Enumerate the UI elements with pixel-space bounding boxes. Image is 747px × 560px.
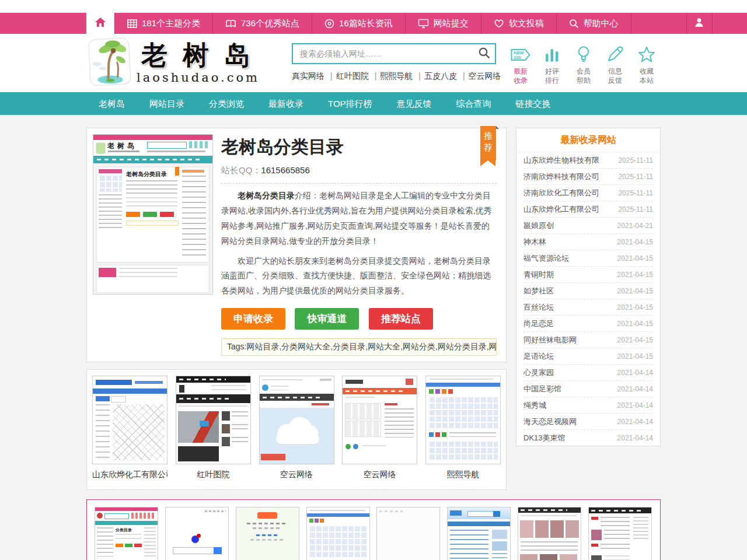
site-logo[interactable]: 老树岛 laoshudao.com — [88, 37, 266, 89]
shortcut-top-rated[interactable]: 好评排行 — [538, 44, 566, 85]
intro-paragraph: 老树岛分类目录介绍：老树岛网站目录是全人工编辑的专业中文分类目录网站,收录国内外… — [221, 188, 497, 249]
latest-site-row[interactable]: 心灵家园2021-04-14 — [523, 365, 653, 381]
thumb-art — [126, 212, 140, 217]
latest-site-row[interactable]: 山东欣烨生物科技有限2025-11-11 — [523, 152, 653, 169]
shortcut-member-help[interactable]: 会员帮助 — [570, 44, 598, 85]
site-caption[interactable]: 熙熙导航 — [425, 470, 501, 480]
user-button[interactable] — [686, 13, 713, 34]
apply-inclusion-button[interactable]: 申请收录 — [221, 308, 285, 330]
site-caption[interactable]: 空云网络 — [342, 470, 417, 480]
latest-site-row[interactable]: 尚足恋足2021-04-15 — [523, 316, 653, 332]
nav-item-home[interactable]: 老树岛 — [86, 92, 137, 115]
site-name: 绳秀城 — [523, 400, 546, 411]
latest-site-row[interactable]: 神木林2021-04-15 — [523, 234, 653, 250]
shortcut-feedback[interactable]: 信息反馈 — [601, 44, 629, 85]
shortcut-latest-included[interactable]: NEW100 最新收录 — [507, 44, 535, 85]
site-name: 福气资源论坛 — [523, 253, 569, 264]
latest-site-row[interactable]: 如梦社区2021-04-15 — [523, 283, 653, 299]
latest-site-row[interactable]: 山东欣烨化工有限公司2025-11-11 — [523, 201, 653, 218]
latest-site-row[interactable]: 海天恋足视频网2021-04-14 — [523, 414, 653, 430]
shortcut-bookmark[interactable]: 收藏本站 — [633, 44, 661, 85]
thumb-art — [99, 194, 122, 228]
topbar-item-categories[interactable]: 181个主题分类 — [114, 13, 212, 34]
site-thumbnail[interactable]: 米特哥说 — [588, 507, 652, 560]
nav-item-query[interactable]: 综合查询 — [444, 92, 504, 115]
thumb-art — [591, 510, 644, 512]
site-thumbnail[interactable] — [342, 376, 417, 464]
thumb-art — [262, 384, 268, 391]
thumb-art — [566, 520, 579, 538]
thumb-art — [179, 379, 226, 380]
thumb-art — [178, 411, 219, 443]
thumb-art — [428, 440, 498, 460]
latest-site-row[interactable]: 同好丝袜电影网2021-04-15 — [523, 332, 653, 348]
thumb-art — [448, 522, 510, 526]
topbar-item-label: 软文投稿 — [509, 18, 544, 29]
site-thumbnail[interactable]: 搜狗搜索 — [236, 507, 299, 560]
search-button[interactable] — [476, 46, 493, 61]
thumb-art — [449, 432, 496, 437]
latest-site-row[interactable]: 中国足彩馆2021-04-14 — [523, 381, 653, 397]
site-caption[interactable]: 空云网络 — [259, 470, 334, 480]
site-thumbnail[interactable] — [259, 376, 334, 464]
topbar-item-news[interactable]: 16篇站长资讯 — [312, 13, 405, 34]
site-name: 如梦社区 — [523, 286, 554, 296]
thumb-art — [96, 396, 110, 401]
site-thumbnail[interactable]: 百度一下，你就知道 — [165, 507, 229, 560]
home-icon — [95, 17, 106, 30]
latest-site-row[interactable]: 百丝论坛2021-04-15 — [523, 299, 653, 316]
nav-item-latest[interactable]: 最新收录 — [256, 92, 316, 115]
search-input[interactable] — [293, 44, 495, 63]
latest-site-row[interactable]: 福气资源论坛2021-04-15 — [523, 250, 653, 267]
topbar-item-article[interactable]: 软文投稿 — [481, 13, 556, 34]
topbar-item-sites[interactable]: 736个优秀站点 — [212, 13, 312, 34]
nav-item-directory[interactable]: 网站目录 — [137, 92, 197, 115]
latest-site-row[interactable]: 绳秀城2021-04-14 — [523, 397, 653, 414]
bottom-site-card: 春宵社 春宵社 — [518, 507, 582, 560]
thumb-art — [379, 510, 403, 512]
latest-site-row[interactable]: 济南欣烨科技有限公司2025-11-11 — [523, 169, 653, 185]
latest-sites-panel: 最新收录网站 山东欣烨生物科技有限2025-11-11 济南欣烨科技有限公司20… — [516, 128, 661, 446]
nav-item-top[interactable]: TOP排行榜 — [316, 92, 385, 115]
latest-site-row[interactable]: 济南欣欣化工有限公司2025-11-11 — [523, 185, 653, 201]
thumb-art — [95, 521, 158, 525]
topbar-item-submit[interactable]: 网站提交 — [405, 13, 481, 34]
featured-site-card: 空云网络 — [259, 376, 334, 480]
site-date: 2025-11-11 — [618, 189, 653, 197]
latest-site-row[interactable]: DK13美束馆2021-04-14 — [523, 430, 653, 446]
quick-link[interactable]: 熙熙导航 — [380, 71, 413, 80]
site-thumbnail[interactable]: 分类目录 老树岛 — [95, 507, 158, 560]
thumb-art — [315, 519, 319, 523]
latest-site-row[interactable]: 足语论坛2021-04-15 — [523, 348, 653, 365]
site-thumbnail[interactable] — [92, 376, 167, 464]
topbar-item-help[interactable]: 帮助中心 — [556, 13, 631, 34]
site-thumbnail[interactable]: 熙熙导航 — [306, 507, 370, 560]
disc-icon — [324, 19, 334, 29]
pencil-icon — [606, 44, 624, 63]
site-caption[interactable]: 山东欣烨化工有限公司 — [92, 470, 167, 480]
site-date: 2021-04-14 — [617, 418, 653, 426]
site-caption[interactable]: 红叶图院 — [176, 470, 251, 480]
site-thumbnail[interactable]: 360搜索 — [376, 507, 440, 560]
site-thumbnail[interactable] — [176, 376, 251, 464]
latest-site-row[interactable]: 青铜时期2021-04-15 — [523, 267, 653, 283]
home-tab[interactable] — [86, 13, 114, 34]
thumb-art — [135, 381, 163, 384]
quick-link[interactable]: 五皮八皮 — [424, 71, 457, 80]
nav-item-browse[interactable]: 分类浏览 — [197, 92, 256, 115]
site-thumbnail[interactable]: b2b网航 — [447, 507, 511, 560]
nav-item-links[interactable]: 链接交换 — [504, 92, 563, 115]
fast-review-button[interactable]: 快审通道 — [295, 308, 359, 330]
latest-site-row[interactable]: 邕娘原创2021-04-21 — [523, 218, 653, 234]
site-thumbnail[interactable]: 春宵社 — [518, 507, 581, 560]
recommend-site-button[interactable]: 推荐站点 — [369, 308, 433, 330]
thumb-art — [601, 517, 630, 526]
quick-link[interactable]: 空云网络 — [469, 71, 501, 80]
thumb-art — [104, 513, 129, 519]
thumb-art — [99, 268, 116, 277]
nav-item-feedback[interactable]: 意见反馈 — [385, 92, 444, 115]
site-preview-thumbnail[interactable]: 老树岛 老树岛分类目录 — [93, 134, 213, 295]
quick-link[interactable]: 红叶图院 — [336, 71, 369, 80]
quick-link[interactable]: 真实网络 — [292, 71, 324, 80]
site-thumbnail[interactable] — [425, 376, 501, 464]
